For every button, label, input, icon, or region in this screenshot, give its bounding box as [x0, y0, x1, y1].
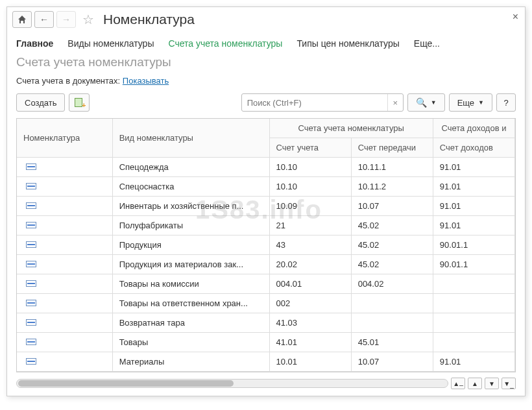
- help-button[interactable]: ?: [496, 93, 516, 112]
- subtitle: Счета учета номенклатуры: [7, 51, 525, 72]
- cell-transfer: 10.11.1: [351, 158, 433, 177]
- table: Номенклатура Вид номенклатуры Счета учет…: [16, 118, 516, 372]
- tab-price-types[interactable]: Типы цен номенклатуры: [296, 36, 399, 51]
- row-icon-cell: [17, 313, 112, 333]
- cell-transfer: 10.07: [351, 197, 433, 216]
- scroll-bottom-button[interactable]: ▼_: [502, 378, 516, 389]
- cell-kind: Товары: [112, 333, 269, 352]
- record-icon: [26, 222, 36, 228]
- row-icon-cell: [17, 274, 112, 294]
- cell-income: 91.01: [433, 158, 514, 177]
- tabs: Главное Виды номенклатуры Счета учета но…: [7, 32, 525, 51]
- forward-button[interactable]: →: [56, 11, 76, 28]
- record-icon: [26, 339, 36, 345]
- record-icon: [26, 319, 36, 326]
- table-row[interactable]: Продукция4345.0290.01.1: [17, 235, 515, 255]
- home-button[interactable]: [12, 11, 32, 28]
- scroll-controls: ▲_ ▲ ▼ ▼_: [7, 376, 525, 396]
- cell-kind: Материалы: [112, 352, 269, 372]
- search-field[interactable]: ×: [241, 93, 404, 112]
- cell-income: 90.01.1: [433, 255, 514, 274]
- row-icon-cell: [17, 255, 112, 274]
- record-icon: [26, 202, 36, 209]
- table-row[interactable]: Товары на ответственном хран...002: [17, 294, 515, 313]
- copy-button[interactable]: [69, 93, 90, 112]
- filter-label: Счета учета в документах:: [16, 76, 123, 86]
- table-row[interactable]: Инвентарь и хозяйственные п...10.0910.07…: [17, 197, 515, 216]
- search-button[interactable]: 🔍▼: [407, 93, 445, 112]
- cell-transfer: 004.02: [351, 274, 433, 294]
- table-row[interactable]: Спецодежда10.1010.11.191.01: [17, 158, 515, 177]
- create-button[interactable]: Создать: [16, 93, 65, 112]
- row-icon-cell: [17, 294, 112, 313]
- cell-kind: Товары на ответственном хран...: [112, 294, 269, 313]
- scroll-up-button[interactable]: ▲: [468, 378, 482, 389]
- filter-link[interactable]: Показывать: [123, 76, 169, 86]
- toolbar: Создать × 🔍▼ Еще▼ ?: [7, 90, 525, 118]
- col-group-income[interactable]: Счета доходов и: [433, 119, 514, 138]
- col-group-accounts[interactable]: Счета учета номенклатуры: [269, 119, 433, 138]
- cell-kind: Спецодежда: [112, 158, 269, 177]
- filter-row: Счета учета в документах: Показывать: [7, 72, 525, 90]
- cell-account: 10.10: [269, 177, 351, 197]
- table-row[interactable]: Полуфабрикаты2145.0291.01: [17, 216, 515, 235]
- clear-search-icon[interactable]: ×: [387, 94, 403, 111]
- record-icon: [26, 300, 36, 306]
- cell-income: 91.01: [433, 216, 514, 235]
- cell-transfer: 45.01: [351, 333, 433, 352]
- cell-account: 002: [269, 294, 351, 313]
- cell-account: 21: [269, 216, 351, 235]
- record-icon: [26, 358, 36, 365]
- cell-account: 43: [269, 235, 351, 255]
- col-nomenclature[interactable]: Номенклатура: [17, 119, 112, 158]
- cell-transfer: 45.02: [351, 255, 433, 274]
- scroll-top-button[interactable]: ▲_: [451, 378, 465, 389]
- chevron-down-icon: ▼: [478, 99, 484, 106]
- cell-transfer: 45.02: [351, 235, 433, 255]
- tab-accounts[interactable]: Счета учета номенклатуры: [168, 36, 282, 51]
- col-income[interactable]: Счет доходов: [433, 138, 514, 158]
- table-row[interactable]: Спецоснастка10.1010.11.291.01: [17, 177, 515, 197]
- table-row[interactable]: Возвратная тара41.03: [17, 313, 515, 333]
- table-row[interactable]: Продукция из материалов зак...20.0245.02…: [17, 255, 515, 274]
- tab-main[interactable]: Главное: [16, 36, 53, 51]
- cell-income: [433, 274, 514, 294]
- table-row[interactable]: Товары41.0145.01: [17, 333, 515, 352]
- cell-account: 10.01: [269, 352, 351, 372]
- cell-account: 004.01: [269, 274, 351, 294]
- tab-kinds[interactable]: Виды номенклатуры: [67, 36, 154, 51]
- row-icon-cell: [17, 333, 112, 352]
- cell-kind: Возвратная тара: [112, 313, 269, 333]
- cell-income: [433, 294, 514, 313]
- chevron-down-icon: ▼: [431, 99, 437, 106]
- record-icon: [26, 183, 36, 189]
- table-row[interactable]: Товары на комиссии004.01004.02: [17, 274, 515, 294]
- cell-kind: Товары на комиссии: [112, 274, 269, 294]
- titlebar: ← → ☆ Номенклатура: [7, 7, 525, 32]
- favorite-star-icon[interactable]: ☆: [82, 12, 94, 27]
- copy-icon: [75, 98, 84, 107]
- record-icon: [26, 163, 36, 170]
- row-icon-cell: [17, 177, 112, 197]
- more-label: Еще: [457, 98, 474, 108]
- close-icon[interactable]: ×: [513, 11, 518, 23]
- magnifier-icon: 🔍: [416, 97, 427, 108]
- col-transfer[interactable]: Счет передачи: [351, 138, 433, 158]
- table-row[interactable]: Материалы10.0110.0791.01: [17, 352, 515, 372]
- cell-kind: Инвентарь и хозяйственные п...: [112, 197, 269, 216]
- horizontal-scrollbar[interactable]: [16, 379, 448, 388]
- cell-income: 90.01.1: [433, 235, 514, 255]
- more-button[interactable]: Еще▼: [449, 93, 492, 112]
- cell-income: [433, 313, 514, 333]
- col-account[interactable]: Счет учета: [269, 138, 351, 158]
- col-kind[interactable]: Вид номенклатуры: [112, 119, 269, 158]
- cell-transfer: [351, 294, 433, 313]
- scroll-down-button[interactable]: ▼: [485, 378, 499, 389]
- cell-income: 91.01: [433, 177, 514, 197]
- back-button[interactable]: ←: [34, 11, 54, 28]
- record-icon: [26, 280, 36, 287]
- scrollbar-thumb[interactable]: [18, 380, 234, 387]
- search-input[interactable]: [242, 94, 387, 111]
- tab-more[interactable]: Еще...: [414, 36, 440, 51]
- row-icon-cell: [17, 216, 112, 235]
